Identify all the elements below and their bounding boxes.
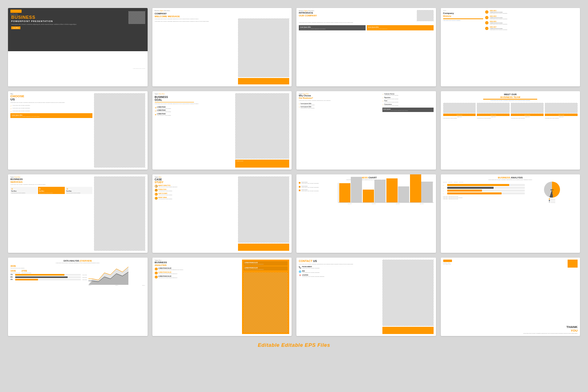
hbar-2: S [443,190,525,192]
right-text-1: Lorem ipsum dolor sit amet consectetur a… [244,269,287,270]
member-photo-3 [545,103,578,113]
hbar-track-3 [447,192,525,194]
case-item-1: 🔧 PRODUCTION Lorem ipsum dolor sit amet … [155,189,237,192]
pie-legend: Lorem Ipsum Lorem Ipsum Lorem Ipsum [549,198,555,203]
prog-track-0 [15,274,81,276]
card2-text: Lorem ipsum dolor sit amet, consectetur … [368,28,432,30]
check-r-1: ✓ Reputation Lorem ipsum dolor sit amet … [382,97,434,100]
stats-items: 300$ Lorem ipsum dolor sit amet consecte… [10,265,87,286]
slide-8-text: Lorem ipsum dolor sit amet, consectetur … [443,100,578,102]
bar-2-0 [386,178,398,202]
contact-content-1: WEB Lorem ipsum dolor sit amet consectet… [302,270,320,273]
case-icon-1: 🔧 [155,189,158,192]
gear-icon-1: ⊙ [155,110,156,112]
slide-16-thank-desc: Lorem ipsum dolor sit amet, consectetur … [443,333,578,334]
hbar-0: S [443,184,525,186]
slide-6-left: Tagline Goes Here BUSINESSGOAL Lorem ips… [155,93,234,168]
feat-content-0: Lorem ipsum dolor Lorem ipsum dolor sit … [300,103,314,106]
slide-7-title: Why ChooseOur Business? [299,95,381,99]
feat-text-1: Lorem ipsum dolor sit amet consectetur. [300,108,314,109]
slides-grid: Company NameYour Tagline Here BUSINESS P… [8,8,580,336]
right-checker [244,272,288,332]
lorem-ipsum-label: LOREM IPSUM [235,160,289,162]
slide-1-bottom: Lorem ipsum dolor sit amet [8,51,148,86]
svc-icon-0: ⚙ [11,188,36,190]
slide-1-bottom-text: Lorem ipsum dolor sit amet [10,68,145,69]
check-text-0: Lorem ipsum dolor sit amet consectetur. [12,105,30,106]
ba-items: ⚙ LOREM IPSUM DOLOR Lorem ipsum dolor si… [155,268,241,278]
ba-icon-2: ⚙ [155,276,158,278]
legend-text-0: Lorem IpsumLorem ipsum dolor sit amet co… [301,182,319,184]
slide-7-body: Lorem ipsum dolor sit amet, consectetur … [299,100,381,102]
slide-1-cta[interactable]: Learn More [11,26,20,29]
stat-0: 300$ Lorem ipsum dolor sit amet consecte… [10,265,87,269]
prog-fill-0 [15,274,64,276]
slide-15: CONTACT US Lorem ipsum dolor sit amet, c… [296,258,436,336]
bar-1-1 [374,180,386,202]
slide-4-title: CompanyHistory [443,12,484,17]
case-content-2: HOW TO START Lorem ipsum dolor sit amet … [158,193,172,196]
slide-4-right: ● 2020-2021 LOREM IPSUM DOLOR BIT- Lorem… [485,10,578,84]
slide-12-pie: 48% Lorem Ipsum Lorem Ipsum Lorem Ipsum [526,182,578,203]
case-icon-3: 💡 [155,197,158,200]
slide-2-orange [238,78,289,84]
member-photo-0 [443,103,476,113]
slide-4: Tagline CompanyHistory Lorem ipsum dolor… [441,8,580,86]
slide-9-body: Lorem ipsum dolor sit amet, consectetur … [10,184,92,186]
bar-legend-0: Lorem Ipsum - Lorem ipsum dolor sit amet… [443,196,525,197]
check-text-1: Lorem ipsum dolor sit amet consectetur. [12,108,30,109]
ba-icon-1: ⚙ [155,272,158,274]
slide-5-checks: ✓ Lorem ipsum dolor sit amet consectetur… [10,105,92,112]
slide-5-right [94,93,145,168]
check-content-1: Reputation Lorem ipsum dolor sit amet co… [384,97,434,100]
check-mark-2: ✓ [382,100,384,103]
slide-3-title-area: Business Tagline Goes Here... INTRODUCE … [299,10,317,17]
prog-2: 35% Lorem ipsum [10,279,87,280]
right-item-1: LOREM IPSUM DOLOR Lorem ipsum dolor sit … [244,266,288,271]
slide-6-underline [155,102,194,102]
phone-icon: 📞 [299,266,301,268]
web-icon: 🌐 [299,270,301,273]
member-name-2: Tagline Here [511,114,544,116]
area-label-2: Series 3 [142,285,145,286]
pie-legend-1: Lorem Ipsum [549,200,555,201]
slide-2: Business Tagline Goes Here... COMPANYWEL… [152,8,292,86]
card1-text: Lorem ipsum dolor sit amet, consectetur … [300,28,364,30]
member-text-3: Lorem ipsum dolor sit amet consectetur. [545,118,578,119]
legend-dot-2 [299,190,300,191]
ipsum-box-text: Lorem ipsum dolor sit amet consectetur a… [383,110,433,111]
svc-card-1: ⚙ Text Here Lorem ipsum dolor sit amet c… [38,187,65,194]
check-r-3: ✓ Convenience Lorem ipsum dolor sit amet… [382,104,434,106]
case-item-2: ⚙ HOW TO START Lorem ipsum dolor sit ame… [155,193,237,196]
slide-15-title: CONTACT US [299,260,381,263]
slide-3-card2: Lorem Ipsum dolor Lorem ipsum dolor sit … [367,25,434,31]
bar-1-0 [363,190,374,202]
hist-item-2: ● 2024-2025 LOREM IPSUM DOLOR BIT- Lorem… [485,21,578,25]
pie-legend-0: Lorem Ipsum [549,198,555,200]
contact-content-0: PHONE NUMBER Lorem ipsum dolor sit amet … [302,266,320,269]
stat-text-0: Lorem ipsum dolor sit amet consectetur. [10,268,87,269]
slide-6-text: Lorem ipsum dolor sit amet, consectetur … [155,103,234,105]
member-text-2: Lorem ipsum dolor sit amet consectetur. [511,118,544,119]
hbar-track-0 [447,184,525,186]
slide-16-logo-text: Company NameYour Tagline Here [443,262,452,265]
right-item-0: LOREM IPSUM DOLOR Lorem ipsum dolor sit … [244,261,288,266]
slide-6-orange: LOREM IPSUM [235,160,289,168]
prog-fill-2 [15,279,38,280]
slide-1-image [128,11,145,24]
check-text-r3: Lorem ipsum dolor sit amet consectetur. [384,105,434,106]
legend-text-2: Lorem IpsumLorem ipsum dolor sit amet co… [301,189,319,192]
prog-pct-1: 80% [10,276,14,278]
check-list: ✓ Customer Service Lorem ipsum dolor sit… [382,93,434,106]
slide-12-text: Lorem ipsum dolor sit amet, consectetur … [443,179,578,180]
legend-dot-0 [299,182,300,184]
area-label-1: Series 2 [115,285,118,286]
slide-9-title: BUSINESSSERVICES [10,178,92,183]
svc-icon-1: ⚙ [39,188,64,190]
legend-1: Lorem IpsumLorem ipsum dolor sit amet co… [299,186,336,188]
service-cards: ⚙ Text Here Lorem ipsum dolor sit amet c… [10,187,92,194]
prog-pct-0: 75% [10,274,14,276]
check-text-r1: Lorem ipsum dolor sit amet consectetur. [384,98,434,100]
slide-3-line2: OUR COMPANY [299,14,317,17]
hbar-3: S [443,192,525,194]
